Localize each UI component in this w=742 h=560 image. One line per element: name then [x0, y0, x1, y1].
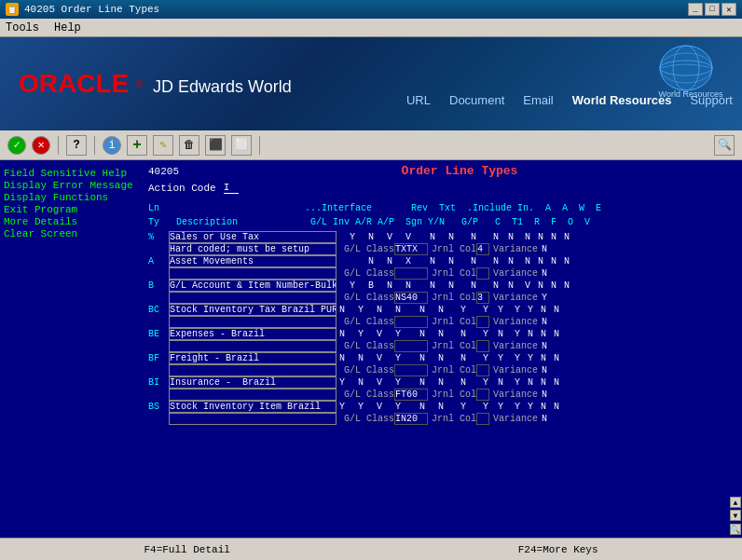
sidebar-item-field-sensitive-help[interactable]: Field Sensitive Help — [4, 168, 141, 179]
title-bar: 📋 40205 Order Line Types _ □ ✕ — [0, 0, 742, 19]
subdesc-input-7[interactable] — [169, 389, 337, 401]
scroll-down-arrow[interactable]: ▼ — [730, 510, 741, 521]
desc-input-6[interactable] — [169, 352, 337, 364]
table-row: A N N X N N N N N N N N N — [148, 255, 725, 267]
table-subrow: G/L Class Jrnl Col Variance N — [148, 340, 725, 352]
edit-button[interactable]: ✎ — [153, 135, 173, 156]
table-row: BF N N V Y N N N Y Y Y Y N N — [148, 352, 725, 364]
globe-graphic: World Resources — [653, 42, 728, 93]
cancel-button[interactable]: ✕ — [32, 136, 50, 155]
jrnlcol-input-4[interactable] — [476, 316, 489, 328]
minimize-button[interactable]: _ — [688, 3, 703, 16]
table-header-2: Ty Description G/L Inv A/R A/P Sgn Y/N G… — [148, 215, 725, 229]
desc-input-7[interactable] — [169, 376, 337, 389]
subdesc-input-6[interactable] — [169, 364, 337, 376]
subdesc-input-1[interactable] — [169, 243, 337, 255]
separator-2 — [94, 136, 95, 155]
add-button[interactable]: + — [127, 135, 147, 156]
table-subrow: G/L Class Jrnl Col Variance N — [148, 316, 725, 328]
menu-help[interactable]: Help — [54, 21, 81, 34]
jrnlcol-input-3[interactable] — [476, 292, 489, 304]
paste-button[interactable]: ⬜ — [231, 135, 252, 156]
form-header: 40205 Order Line Types — [148, 164, 725, 178]
subdesc-input-5[interactable] — [169, 340, 337, 352]
cell-r-1: N — [525, 231, 538, 243]
cell-t1-1: N — [508, 231, 525, 243]
cell-inv-1: N — [368, 231, 387, 243]
app-icon: 📋 — [6, 3, 19, 16]
nav-document[interactable]: Document — [449, 93, 504, 107]
table-row: B Y B N N N N N N N V N N N — [148, 280, 725, 292]
action-code-input[interactable] — [224, 182, 239, 194]
jrnlcol-input-1[interactable] — [476, 243, 489, 255]
table-subrow: G/L Class Jrnl Col Variance N — [148, 389, 725, 401]
status-bar: F4=Full Detail F24=More Keys — [0, 538, 742, 560]
f4-label: F4=Full Detail — [144, 544, 229, 555]
menu-bar: Tools Help — [0, 19, 742, 37]
cell-gp-1: N — [471, 231, 489, 243]
sidebar-item-display-functions[interactable]: Display Functions — [4, 192, 141, 203]
glclass-input-1[interactable] — [394, 243, 428, 255]
scroll-up-arrow[interactable]: ▲ — [730, 497, 741, 508]
glclass-input-2[interactable] — [394, 267, 428, 280]
maximize-button[interactable]: □ — [705, 3, 720, 16]
desc-input-3[interactable] — [169, 280, 337, 292]
subdesc-input-2[interactable] — [169, 267, 337, 280]
glclass-input-6[interactable] — [394, 364, 428, 376]
cell-c-1: N — [493, 231, 508, 243]
desc-input-2[interactable] — [169, 255, 337, 267]
menu-tools[interactable]: Tools — [6, 21, 39, 34]
form-title: Order Line Types — [194, 164, 725, 178]
sidebar-item-display-error-message[interactable]: Display Error Message — [4, 180, 141, 191]
check-button[interactable]: ✓ — [7, 136, 26, 155]
glclass-input-5[interactable] — [394, 340, 428, 352]
main-area: Field Sensitive Help Display Error Messa… — [0, 160, 742, 538]
table-row: BE N Y V Y N N N Y N Y N N N — [148, 328, 725, 340]
nav-email[interactable]: Email — [523, 93, 554, 107]
scroll-zoom[interactable]: 🔍 — [730, 524, 741, 535]
delete-button[interactable]: 🗑 — [179, 135, 199, 156]
desc-input-1[interactable] — [169, 231, 337, 243]
table-row: BC N Y N N N N Y Y Y Y Y N N — [148, 304, 725, 316]
table-subrow: G/L Class Jrnl Col Variance N — [148, 364, 725, 376]
jrnlcol-input-7[interactable] — [476, 389, 489, 401]
header-area: ORACLE ® JD Edwards World URL Document E… — [0, 37, 742, 130]
glclass-input-8[interactable] — [394, 413, 428, 425]
jrnlcol-input-6[interactable] — [476, 364, 489, 376]
glclass-input-3[interactable] — [394, 292, 428, 304]
cell-sgn-1: N — [430, 231, 448, 243]
jrnlcol-input-8[interactable] — [476, 413, 489, 425]
sidebar-item-clear-screen[interactable]: Clear Screen — [4, 228, 141, 239]
jrnlcol-input-5[interactable] — [476, 340, 489, 352]
table-row: % Y N V V N N N N N N N N N — [148, 231, 725, 243]
table-header-1: Ln ...Interface Rev Txt .Include In. A A… — [148, 201, 725, 215]
sidebar-item-more-details[interactable]: More Details — [4, 216, 141, 227]
table-subrow: G/L Class Jrnl Col Variance Y — [148, 292, 725, 304]
desc-input-4[interactable] — [169, 304, 337, 316]
glclass-input-4[interactable] — [394, 316, 428, 328]
oracle-logo: ORACLE — [19, 69, 129, 98]
content-area: 40205 Order Line Types Action Code Ln ..… — [144, 160, 729, 538]
subdesc-input-3[interactable] — [169, 292, 337, 304]
info-button[interactable]: i — [103, 136, 121, 155]
cell-gl-1: Y — [350, 231, 368, 243]
cell-yn-1: N — [448, 231, 467, 243]
cell-ap-1: V — [405, 231, 424, 243]
logo-area: ORACLE ® JD Edwards World — [19, 69, 292, 99]
desc-input-5[interactable] — [169, 328, 337, 340]
jrnlcol-input-2[interactable] — [476, 267, 489, 280]
subdesc-input-8[interactable] — [169, 413, 337, 425]
table-row: BI Y N V Y N N N Y N Y N N N — [148, 376, 725, 389]
copy-button[interactable]: ⬛ — [205, 135, 226, 156]
desc-input-8[interactable] — [169, 401, 337, 413]
help-button[interactable]: ? — [66, 135, 87, 156]
action-code-label: Action Code — [148, 183, 216, 194]
glclass-input-7[interactable] — [394, 389, 428, 401]
nav-url[interactable]: URL — [406, 93, 431, 107]
close-button[interactable]: ✕ — [721, 3, 736, 16]
subdesc-input-4[interactable] — [169, 316, 337, 328]
scrollbar[interactable]: ▲ ▼ 🔍 — [729, 160, 742, 538]
sidebar-item-exit-program[interactable]: Exit Program — [4, 204, 141, 215]
search-button[interactable]: 🔍 — [714, 135, 735, 156]
cell-o-1: N — [551, 231, 564, 243]
